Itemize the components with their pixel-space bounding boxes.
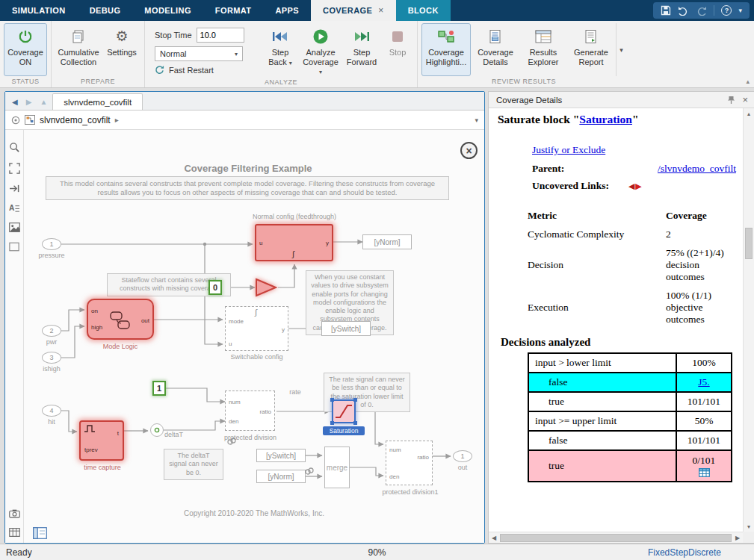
block-normal-config[interactable]: u y ∫ <box>255 224 333 261</box>
tab-debug[interactable]: DEBUG <box>78 0 133 21</box>
nav-up-icon[interactable]: ▲ <box>37 98 50 110</box>
redo-icon[interactable] <box>696 6 707 16</box>
gain-block[interactable] <box>255 277 278 298</box>
goto-ynorm-tag[interactable]: [yNorm] <box>362 234 412 249</box>
from-yswitch-tag[interactable]: [ySwitch] <box>256 449 306 462</box>
viewmarks-icon[interactable] <box>9 509 20 518</box>
schedule-editor-icon[interactable] <box>9 528 20 537</box>
fast-restart-icon <box>155 65 164 75</box>
add-test-icon[interactable] <box>699 468 710 477</box>
selection-handle[interactable] <box>330 421 334 425</box>
interface-view-icon[interactable] <box>11 116 20 125</box>
block-switchable-config[interactable]: mode u y ∫ <box>225 306 288 351</box>
parent-model-link[interactable]: /slvnvdemo_covfilt <box>658 163 736 175</box>
stop-button[interactable]: Stop <box>382 23 413 77</box>
close-panel-icon[interactable]: × <box>742 95 748 105</box>
sim-mode-dropdown[interactable]: Normal ▾ <box>155 46 243 61</box>
review-results-dropdown-icon[interactable]: ▾ <box>616 23 626 76</box>
justify-or-exclude-link[interactable]: Justify or Exclude <box>532 144 605 155</box>
generate-report-button[interactable]: Generate Report <box>568 23 614 76</box>
scroll-down-icon[interactable]: ▾ <box>744 521 754 532</box>
coverage-on-button[interactable]: Coverage ON <box>4 23 47 76</box>
protected-division1-label: protected division1 <box>377 488 444 496</box>
outport-1[interactable]: 1 <box>453 450 472 462</box>
collapse-ribbon-icon[interactable]: ▴ <box>746 78 750 85</box>
stateflow-chart-icon <box>109 311 132 330</box>
selection-handle[interactable] <box>330 398 334 402</box>
cumulative-collection-button[interactable]: Cumulative Collection <box>55 23 102 76</box>
nav-forward-icon[interactable]: ▶ <box>23 98 35 110</box>
scroll-right-icon[interactable]: ▶ <box>732 535 743 541</box>
tab-simulation[interactable]: SIMULATION <box>0 0 78 21</box>
coverage-link-icon[interactable] <box>227 438 236 445</box>
inport-1[interactable]: 1 <box>42 238 61 250</box>
prev-uncovered-icon[interactable]: ◀ <box>628 181 634 191</box>
block-protected-division[interactable]: num den ratio <box>225 391 275 431</box>
scrollbar-thumb[interactable] <box>500 534 732 542</box>
pin-icon[interactable] <box>727 96 735 105</box>
tab-block[interactable]: BLOCK <box>396 0 451 21</box>
model-canvas[interactable]: Coverage Filtering Example This model co… <box>24 130 484 543</box>
nav-back-icon[interactable]: ◀ <box>9 98 21 110</box>
pan-icon[interactable] <box>9 184 20 193</box>
tab-coverage[interactable]: COVERAGE × <box>311 0 396 21</box>
constant-0-block[interactable]: 0 <box>208 280 222 295</box>
port-label: den <box>229 419 238 425</box>
tab-format[interactable]: FORMAT <box>203 0 264 21</box>
close-coverage-highlighting-button[interactable]: × <box>460 142 478 159</box>
inport-3[interactable]: 3 <box>42 352 61 364</box>
coverage-details-button[interactable]: Coverage Details <box>472 23 519 76</box>
block-protected-division1[interactable]: num den ratio <box>386 441 433 485</box>
solver-name[interactable]: FixedStepDiscrete <box>648 547 721 558</box>
diagram-description-note[interactable]: This model contains several constructs t… <box>46 176 449 200</box>
breadcrumb-dropdown-icon[interactable]: ▾ <box>475 116 478 124</box>
vertical-scrollbar[interactable]: ▴ ▾ <box>743 108 754 532</box>
next-uncovered-icon[interactable]: ▶ <box>635 181 641 191</box>
step-back-button[interactable]: Step Back ▾ <box>262 23 298 77</box>
qat-dropdown-icon[interactable]: ▾ <box>738 7 742 14</box>
block-merge[interactable]: merge <box>324 447 350 488</box>
justified-rule-link[interactable]: J5. <box>698 376 709 388</box>
fit-to-view-icon[interactable] <box>9 163 20 174</box>
selection-handle[interactable] <box>353 398 357 402</box>
block-saturation[interactable] <box>332 399 356 423</box>
help-icon[interactable]: ? <box>721 5 732 16</box>
zoom-icon[interactable] <box>9 142 20 153</box>
document-tab[interactable]: slvnvdemo_covfilt <box>52 93 143 110</box>
block-delta-t[interactable] <box>150 423 164 437</box>
port-label: num <box>229 399 241 405</box>
block-time-capture[interactable]: t tprev <box>79 420 124 461</box>
block-mode-logic[interactable]: on high out <box>87 299 154 340</box>
tab-close-icon[interactable]: × <box>378 6 383 15</box>
area-icon[interactable] <box>9 242 19 252</box>
step-forward-button[interactable]: Step Forward <box>343 23 380 77</box>
inport-4[interactable]: 4 <box>42 405 61 417</box>
goto-yswitch-tag[interactable]: [ySwitch] <box>321 321 371 336</box>
model-editor: ◀ ▶ ▲ slvnvdemo_covfilt slvnvdemo_covfil… <box>4 91 485 544</box>
save-icon[interactable] <box>661 5 671 16</box>
scroll-up-icon[interactable]: ▴ <box>744 108 754 119</box>
image-icon[interactable] <box>9 223 20 232</box>
hide-explorer-bar-icon[interactable] <box>33 527 47 539</box>
scroll-left-icon[interactable]: ◀ <box>489 535 499 541</box>
stop-time-input[interactable] <box>197 28 244 43</box>
annotation-icon[interactable]: A <box>9 203 20 213</box>
selection-handle[interactable] <box>353 421 357 425</box>
coverage-highlighting-button[interactable]: Coverage Highlighti... <box>421 23 471 76</box>
tab-modeling[interactable]: MODELING <box>132 0 203 21</box>
undo-icon[interactable] <box>678 6 689 16</box>
scrollbar-thumb[interactable] <box>745 228 753 259</box>
breadcrumb-model-name[interactable]: slvnvdemo_covfilt <box>40 115 111 125</box>
fast-restart-toggle[interactable]: Fast Restart <box>155 65 255 75</box>
tab-apps[interactable]: APPS <box>263 0 311 21</box>
delta-t-note[interactable]: The deltaT signal can never be 0. <box>164 449 223 480</box>
results-explorer-button[interactable]: Results Explorer <box>520 23 566 76</box>
analyze-coverage-button[interactable]: Analyze Coverage ▾ <box>300 23 342 77</box>
settings-button[interactable]: ⚙ Settings <box>103 23 140 76</box>
from-ynorm-tag[interactable]: [yNorm] <box>256 470 306 483</box>
inport-2[interactable]: 2 <box>42 325 61 337</box>
horizontal-scrollbar[interactable]: ◀ ▶ <box>489 532 743 543</box>
coverage-link-icon[interactable] <box>305 467 314 475</box>
saturation-block-link[interactable]: Saturation <box>579 113 632 125</box>
constant-1-block[interactable]: 1 <box>152 381 166 396</box>
